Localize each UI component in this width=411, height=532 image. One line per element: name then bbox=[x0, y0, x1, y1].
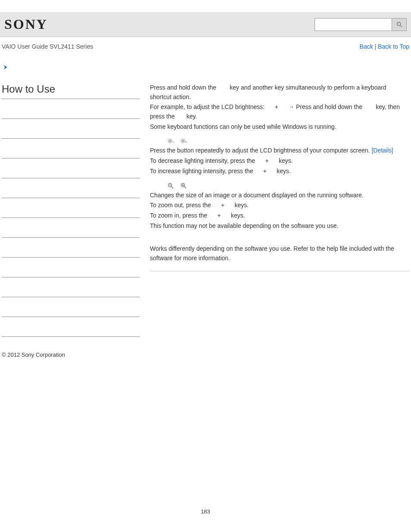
guide-title: VAIO User Guide SVL2411 Series bbox=[2, 43, 93, 50]
svg-line-17 bbox=[181, 139, 182, 140]
zoom-out-line: To zoom out, press the + keys. bbox=[150, 201, 409, 210]
back-link[interactable]: Back bbox=[360, 43, 373, 50]
footer: © 2012 Sony Corporation bbox=[0, 337, 411, 373]
zoom-icons bbox=[167, 182, 409, 189]
svg-line-27 bbox=[184, 187, 186, 188]
svg-line-24 bbox=[171, 187, 173, 188]
fkeys-desc: Works differently depending on the softw… bbox=[150, 244, 409, 263]
subheader: VAIO User Guide SVL2411 Series Back | Ba… bbox=[0, 37, 411, 54]
sidebar: How to Use bbox=[2, 83, 140, 337]
svg-line-7 bbox=[168, 139, 169, 140]
brightness-down-icon bbox=[167, 137, 174, 144]
content: How to Use Press and hold down the key a… bbox=[0, 83, 411, 337]
zoom-desc: Changes the size of an image or a docume… bbox=[150, 191, 409, 200]
sidebar-item[interactable] bbox=[2, 258, 140, 277]
sidebar-item[interactable] bbox=[2, 317, 140, 337]
header-bar: SONY bbox=[0, 12, 411, 37]
intro-paragraph: Press and hold down the key and another … bbox=[150, 83, 409, 102]
svg-point-0 bbox=[397, 22, 400, 25]
svg-line-18 bbox=[184, 142, 185, 143]
sidebar-item[interactable] bbox=[2, 139, 140, 159]
breadcrumb-arrow-icon bbox=[3, 63, 411, 73]
sidebar-item[interactable] bbox=[2, 277, 140, 297]
svg-point-2 bbox=[169, 140, 171, 142]
brightness-up-icon bbox=[180, 137, 187, 144]
sidebar-item[interactable] bbox=[2, 238, 140, 258]
sidebar-item[interactable] bbox=[2, 159, 140, 178]
svg-line-10 bbox=[171, 139, 172, 140]
svg-line-9 bbox=[168, 142, 169, 143]
svg-line-8 bbox=[171, 142, 172, 143]
sony-logo: SONY bbox=[4, 16, 48, 32]
search-area bbox=[314, 18, 407, 31]
zoom-in-line: To zoom in, press the + keys. bbox=[150, 211, 409, 221]
sidebar-item[interactable] bbox=[2, 99, 140, 119]
brightness-decrease: To decrease lighting intensity, press th… bbox=[150, 156, 409, 166]
example-paragraph: For example, to adjust the LCD brightnes… bbox=[150, 103, 409, 121]
svg-line-19 bbox=[181, 142, 182, 143]
back-to-top-link[interactable]: Back to Top bbox=[378, 43, 409, 50]
sidebar-item[interactable] bbox=[2, 198, 140, 218]
svg-line-1 bbox=[400, 25, 402, 27]
main-content: Press and hold down the key and another … bbox=[140, 83, 409, 337]
copyright: © 2012 Sony Corporation bbox=[2, 352, 65, 358]
brightness-desc: Press the button repeatedly to adjust th… bbox=[150, 146, 409, 156]
divider bbox=[150, 271, 409, 271]
nav-links: Back | Back to Top bbox=[360, 43, 409, 50]
brightness-increase: To increase lighting intensity, press th… bbox=[150, 167, 409, 176]
zoom-out-icon bbox=[167, 182, 174, 189]
sidebar-item[interactable] bbox=[2, 178, 140, 198]
sidebar-title: How to Use bbox=[2, 83, 140, 99]
sidebar-item[interactable] bbox=[2, 218, 140, 238]
search-icon bbox=[396, 21, 403, 28]
search-button[interactable] bbox=[392, 18, 407, 31]
zoom-in-icon bbox=[180, 182, 187, 189]
sidebar-item[interactable] bbox=[2, 119, 140, 139]
link-separator: | bbox=[373, 43, 378, 50]
svg-line-20 bbox=[184, 139, 185, 140]
details-link[interactable]: [Details] bbox=[371, 147, 393, 154]
svg-point-12 bbox=[182, 140, 184, 142]
brightness-icons bbox=[167, 137, 409, 144]
zoom-note: This function may not be available depen… bbox=[150, 221, 409, 231]
note-paragraph: Some keyboard functions can only be used… bbox=[150, 122, 409, 132]
sidebar-item[interactable] bbox=[2, 297, 140, 317]
search-input[interactable] bbox=[314, 18, 392, 31]
